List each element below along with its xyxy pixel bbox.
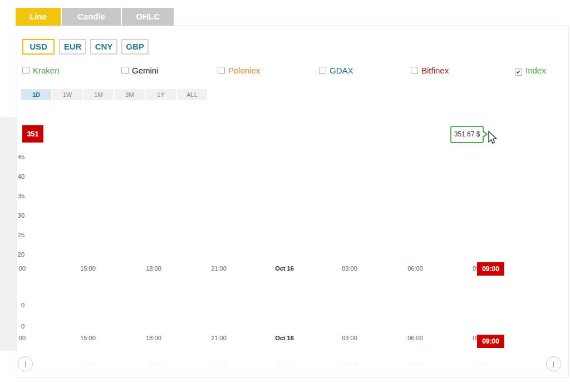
navigator-left-handle[interactable]: [18, 356, 33, 371]
currency-cny-button[interactable]: CNY: [90, 39, 117, 55]
exchange-gdax-checkbox[interactable]: GDAX: [319, 66, 353, 76]
mouse-cursor-icon: [485, 131, 498, 145]
range-1y-button[interactable]: 1Y: [146, 89, 176, 100]
price-tooltip: 351.67 $: [450, 126, 484, 143]
x-axis-label: 06:00: [402, 335, 428, 341]
tab-line[interactable]: Line: [16, 8, 61, 26]
x-axis-label: 18:00: [141, 265, 166, 272]
range-3m-button[interactable]: 3M: [115, 89, 145, 100]
exchange-label: Poloniex: [228, 66, 261, 75]
currency-usd-button[interactable]: USD: [22, 39, 55, 55]
exchange-label: Gemini: [132, 66, 159, 75]
checkbox-icon[interactable]: [218, 67, 225, 74]
exchange-bitfinex-checkbox[interactable]: Bitfinex: [411, 66, 449, 76]
x-axis-label: 21:00: [206, 335, 232, 341]
checkbox-icon[interactable]: [411, 67, 418, 74]
price-tooltip-value: 351.67 $: [454, 130, 480, 138]
exchange-label: Index: [525, 66, 546, 75]
x-axis-label: 15:00: [75, 335, 101, 341]
crypto-chart-page: Line Candle OHLC USD EUR CNY GBP Kraken …: [0, 0, 570, 392]
navigator-track[interactable]: [18, 356, 561, 372]
x-axis-label: 21:00: [206, 265, 232, 272]
grip-icon: [553, 361, 554, 367]
current-price-badge: 351: [22, 125, 43, 143]
exchange-label: Kraken: [33, 66, 60, 75]
exchange-kraken-checkbox[interactable]: Kraken: [22, 66, 60, 76]
range-all-button[interactable]: ALL: [177, 89, 207, 100]
volume-chart-area[interactable]: [17, 288, 553, 333]
exchange-label: GDAX: [330, 66, 353, 75]
x-axis-label: Oct 16: [272, 265, 297, 272]
exchange-index-checkbox[interactable]: ✔Index: [515, 66, 546, 76]
exchange-gemini-checkbox[interactable]: Gemini: [121, 66, 159, 76]
x-axis-label: 12:00: [18, 335, 26, 341]
x-axis-label: Oct 16: [272, 335, 297, 341]
exchange-label: Bitfinex: [421, 66, 449, 75]
checkbox-icon[interactable]: [121, 67, 129, 74]
left-gutter: [0, 117, 17, 351]
tab-ohlc[interactable]: OHLC: [122, 8, 174, 26]
x-axis-label: 18:00: [141, 335, 166, 341]
checkbox-icon[interactable]: [22, 67, 30, 74]
x-axis-label: 06:00: [402, 265, 428, 272]
x-axis-label: 12:00: [18, 265, 26, 272]
exchange-poloniex-checkbox[interactable]: Poloniex: [218, 66, 261, 76]
currency-eur-button[interactable]: EUR: [59, 39, 86, 55]
grip-icon: [25, 361, 26, 367]
currency-gbp-button[interactable]: GBP: [121, 39, 149, 55]
crosshair-time-badge-main: 09:00: [477, 262, 504, 276]
tab-candle[interactable]: Candle: [62, 8, 121, 26]
crosshair-time-badge-volume: 09:00: [477, 335, 504, 348]
x-axis-label: 03:00: [337, 335, 362, 341]
x-axis-label: 03:00: [337, 265, 362, 272]
range-1m-button[interactable]: 1M: [83, 89, 114, 100]
navigator-right-handle[interactable]: [546, 356, 561, 371]
range-1d-button[interactable]: 1D: [21, 89, 51, 100]
checkmark-icon[interactable]: ✔: [515, 68, 522, 76]
x-axis-label: 15:00: [75, 265, 101, 272]
checkbox-icon[interactable]: [319, 67, 326, 74]
range-1w-button[interactable]: 1W: [52, 89, 82, 100]
